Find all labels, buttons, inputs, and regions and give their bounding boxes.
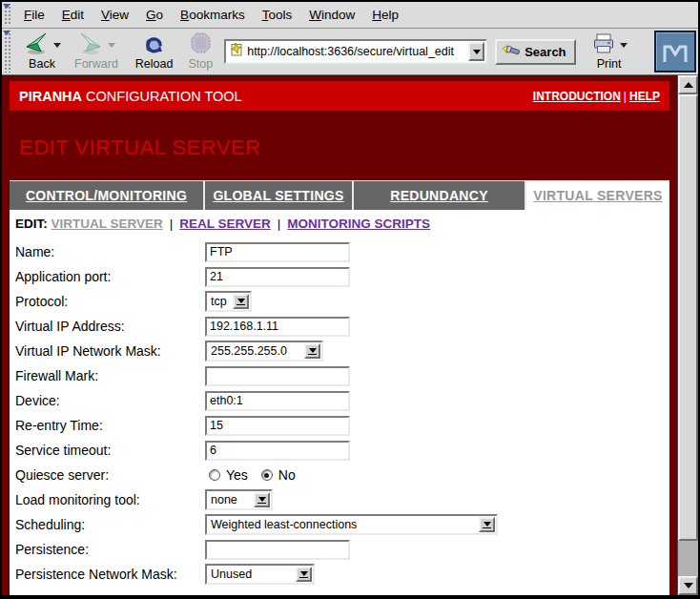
- chevron-down-icon[interactable]: [233, 294, 249, 309]
- subnav-prefix: EDIT:: [15, 217, 48, 231]
- search-icon: [502, 43, 521, 61]
- field-label: Scheduling:: [15, 517, 205, 532]
- firewall-mark-input[interactable]: [205, 366, 350, 386]
- re-entry-time-input[interactable]: [205, 416, 350, 436]
- menu-item-view[interactable]: View: [93, 3, 137, 28]
- forward-dropdown-icon: [108, 43, 115, 48]
- form-row: Persistence:: [15, 537, 669, 562]
- url-input[interactable]: http://localhost:3636/secure/virtual_edi…: [244, 45, 468, 58]
- subnav-link-real-server[interactable]: REAL SERVER: [179, 217, 271, 231]
- menubar-grippy[interactable]: [3, 4, 11, 26]
- back-icon: [23, 31, 50, 60]
- back-dropdown-icon[interactable]: [53, 43, 61, 48]
- forward-button[interactable]: Forward: [74, 33, 118, 71]
- persistence-network-mask-select[interactable]: Unused: [205, 564, 315, 585]
- arrow-down-icon: [684, 583, 693, 589]
- page-title: EDIT VIRTUAL SERVER: [19, 135, 677, 160]
- field-label: Virtual IP Address:: [15, 319, 205, 334]
- back-button[interactable]: Back: [23, 33, 61, 71]
- menu-item-edit[interactable]: Edit: [53, 3, 93, 28]
- arrow-up-icon: [684, 82, 693, 88]
- service-timeout-input[interactable]: [205, 441, 350, 461]
- url-dropdown-button[interactable]: [468, 42, 484, 61]
- form-row: Persistence Network Mask: Unused: [15, 562, 669, 587]
- bookmark-page-icon[interactable]: [229, 42, 244, 61]
- reload-icon: [142, 31, 167, 60]
- browser-window: File Edit View Go Bookmarks Tools Window…: [0, 0, 700, 599]
- scroll-down-button[interactable]: [678, 576, 698, 595]
- print-dropdown-icon[interactable]: [620, 43, 628, 48]
- field-label: Service timeout:: [15, 443, 205, 458]
- menu-item-help[interactable]: Help: [363, 3, 407, 28]
- menu-item-file[interactable]: File: [15, 3, 53, 28]
- tab-virtual-servers[interactable]: VIRTUAL SERVERS: [526, 181, 669, 210]
- chevron-down-icon[interactable]: [254, 492, 270, 507]
- form-row: Scheduling: Weighted least-connections: [15, 512, 669, 537]
- field-label: Firewall Mark:: [15, 368, 205, 383]
- form-row: Firewall Mark:: [15, 363, 669, 388]
- print-icon: [591, 32, 616, 59]
- form-row: Application port:: [15, 264, 669, 289]
- protocol-select[interactable]: tcp: [205, 291, 252, 312]
- virtual-ip-network-mask-select[interactable]: 255.255.255.0: [205, 341, 323, 361]
- field-label: Load monitoring tool:: [15, 492, 205, 507]
- form-row: Virtual IP Address:: [15, 314, 669, 339]
- quiesce-no-label: No: [278, 467, 296, 483]
- application-port-input[interactable]: [205, 267, 350, 287]
- form-row: Device:: [15, 388, 669, 413]
- quiesce-no-radio[interactable]: [261, 469, 273, 481]
- help-link[interactable]: HELP: [629, 90, 660, 103]
- virtual-ip-address-input[interactable]: [205, 317, 350, 337]
- menu-item-bookmarks[interactable]: Bookmarks: [172, 3, 254, 28]
- stop-button[interactable]: Stop: [188, 33, 213, 71]
- menu-item-go[interactable]: Go: [137, 3, 172, 28]
- field-label: Quiesce server:: [15, 467, 205, 483]
- tab-bar: CONTROL/MONITORING GLOBAL SETTINGS REDUN…: [10, 180, 669, 210]
- navigation-toolbar: Back Forward: [2, 29, 698, 75]
- scroll-up-button[interactable]: [678, 75, 698, 94]
- print-button[interactable]: Print: [591, 33, 628, 71]
- menu-item-tools[interactable]: Tools: [254, 3, 301, 28]
- field-label: Virtual IP Network Mask:: [15, 343, 205, 359]
- reload-button[interactable]: Reload: [135, 33, 174, 71]
- field-label: Persistence Network Mask:: [15, 567, 205, 582]
- quiesce-yes-radio[interactable]: [209, 469, 220, 481]
- field-label: Re-entry Time:: [15, 418, 205, 433]
- tab-control-monitoring[interactable]: CONTROL/MONITORING: [10, 181, 203, 210]
- menu-item-window[interactable]: Window: [300, 3, 363, 28]
- toolbar-grippy[interactable]: [3, 31, 11, 72]
- menu-bar: File Edit View Go Bookmarks Tools Window…: [2, 2, 698, 29]
- scheduling-select[interactable]: Weighted least-connections: [205, 514, 498, 535]
- subnav-link-monitoring-scripts[interactable]: MONITORING SCRIPTS: [287, 217, 430, 231]
- chevron-down-icon[interactable]: [304, 343, 320, 359]
- stop-icon: [189, 31, 212, 60]
- form-row: Quiesce server: Yes No: [15, 463, 669, 487]
- edit-subnav: EDIT: VIRTUAL SERVER | REAL SERVER | MON…: [10, 210, 669, 237]
- app-title: PIRANHA CONFIGURATION TOOL: [19, 89, 242, 104]
- scrollbar-thumb[interactable]: [678, 94, 698, 541]
- device-input[interactable]: [205, 391, 350, 411]
- name-input[interactable]: [205, 242, 350, 262]
- tab-global-settings[interactable]: GLOBAL SETTINGS: [205, 181, 352, 210]
- search-button[interactable]: Search: [495, 39, 575, 65]
- tab-redundancy[interactable]: REDUNDANCY: [354, 181, 525, 210]
- introduction-link[interactable]: INTRODUCTION: [533, 90, 621, 103]
- form-row: Virtual IP Network Mask: 255.255.255.0: [15, 339, 669, 363]
- load-monitoring-tool-select[interactable]: none: [205, 489, 273, 510]
- chevron-down-icon[interactable]: [296, 567, 312, 582]
- chevron-down-icon[interactable]: [479, 517, 495, 532]
- form-row: Protocol: tcp: [15, 289, 669, 314]
- quiesce-yes-label: Yes: [226, 467, 248, 483]
- vertical-scrollbar: [677, 75, 698, 595]
- mozilla-logo[interactable]: [654, 31, 696, 72]
- subnav-link-virtual-server[interactable]: VIRTUAL SERVER: [51, 217, 163, 231]
- field-label: Application port:: [15, 269, 205, 284]
- persistence-input[interactable]: [205, 540, 350, 560]
- url-bar[interactable]: http://localhost:3636/secure/virtual_edi…: [224, 39, 487, 64]
- field-label: Device:: [15, 393, 205, 408]
- form-row: Service timeout:: [15, 438, 669, 463]
- scrollbar-track[interactable]: [678, 541, 698, 576]
- form-row: Re-entry Time:: [15, 413, 669, 438]
- app-header-band: PIRANHA CONFIGURATION TOOL INTRODUCTION|…: [10, 81, 669, 111]
- form-row: Load monitoring tool: none: [15, 487, 669, 512]
